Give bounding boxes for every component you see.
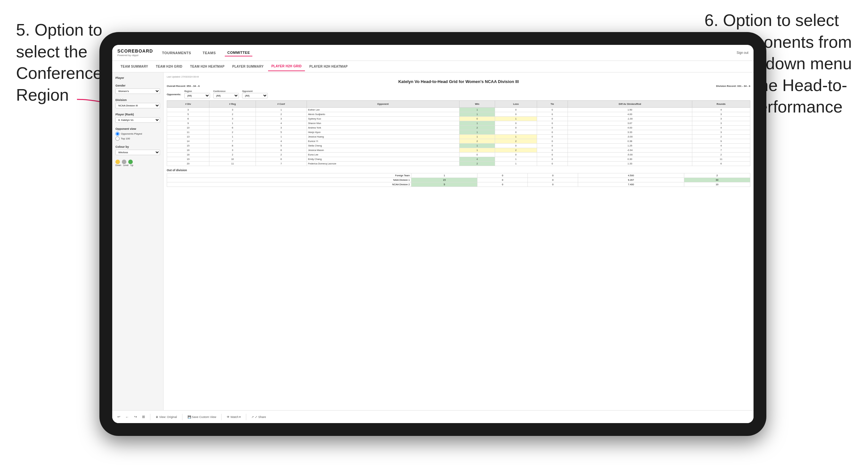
- undo-button[interactable]: ↩: [117, 415, 120, 419]
- table-row: 20117 Federica Domecq Lacroze 210 1.336: [167, 161, 750, 166]
- conference-filter-label: Conference: [213, 90, 239, 92]
- region-filter-label: Region: [184, 90, 210, 92]
- grid-icon: ⊞: [142, 415, 145, 419]
- nav-committee[interactable]: COMMITTEE: [225, 49, 253, 56]
- table-row: Foreign Team 1 0 0 4.500 2: [167, 174, 750, 178]
- table-row: NCAA Division 2 5 0 0 7.400 10: [167, 182, 750, 187]
- division-label: Division: [116, 98, 160, 102]
- save-custom-view-button[interactable]: 💾 Save Custom View: [188, 415, 216, 418]
- table-row: 1063 Andrea York 200 4.004: [167, 126, 750, 130]
- player-label: Player: [116, 76, 160, 80]
- opponent-view-label: Opponent view: [116, 127, 160, 130]
- table-row: 19106 Emily Chang 410 0.3011: [167, 157, 750, 161]
- back-icon: ←: [125, 415, 129, 419]
- right-panel: Last Updated: 27/03/2024 08:44 Katelyn V…: [163, 72, 753, 410]
- tab-team-h2h-heatmap[interactable]: TEAM H2H HEATMAP: [187, 62, 228, 71]
- table-row: NAIA Division 1 15 0 0 9.267 30: [167, 178, 750, 182]
- opponents-label: Opponents:: [167, 93, 181, 96]
- tab-player-h2h-grid[interactable]: PLAYER H2H GRID: [268, 62, 305, 71]
- logo: SCOREBOARD Powered by clippd: [117, 49, 153, 56]
- main-content: Player Gender Women's Division NCAA Divi…: [112, 72, 753, 410]
- gender-label: Gender: [116, 84, 160, 87]
- legend: [116, 160, 160, 164]
- share-button[interactable]: ↗ ⤢ Share: [251, 415, 266, 418]
- divider4: [246, 414, 246, 420]
- tab-team-h2h-grid[interactable]: TEAM H2H GRID: [153, 62, 186, 71]
- tablet-screen: SCOREBOARD Powered by clippd TOURNAMENTS…: [112, 45, 753, 423]
- h2h-table: # Div # Reg # Conf Opponent Win Loss Tie…: [167, 100, 750, 166]
- table-row: 914 Sharon Mun 100 3.673: [167, 121, 750, 126]
- colour-by-label: Colour by: [116, 145, 160, 148]
- out-of-division-table: Foreign Team 1 0 0 4.500 2 NAIA Division…: [167, 173, 750, 187]
- records-row: Overall Record: 353 - 34 - 6 Division Re…: [167, 85, 750, 88]
- tablet: SCOREBOARD Powered by clippd TOURNAMENTS…: [99, 32, 766, 436]
- legend-labels: Down Level Up: [116, 164, 160, 166]
- sub-navigation: TEAM SUMMARY TEAM H2H GRID TEAM H2H HEAT…: [112, 61, 753, 72]
- tab-player-summary[interactable]: PLAYER SUMMARY: [229, 62, 267, 71]
- app-header: SCOREBOARD Powered by clippd TOURNAMENTS…: [112, 45, 753, 61]
- opponent-filter-select[interactable]: (All): [242, 93, 268, 98]
- col-diff: Diff Av Strokes/Rnd: [568, 101, 692, 108]
- grid-button[interactable]: ⊞: [142, 415, 145, 419]
- col-win: Win: [459, 101, 495, 108]
- left-panel: Player Gender Women's Division NCAA Divi…: [112, 72, 163, 410]
- legend-level-dot: [122, 160, 126, 164]
- top100-radio[interactable]: [116, 136, 120, 141]
- divider3: [221, 414, 222, 420]
- table-row: 1474 Eunice Yi 220 0.389: [167, 139, 750, 144]
- back-button[interactable]: ←: [125, 415, 129, 419]
- col-reg: # Reg: [209, 101, 256, 108]
- table-row: 1585 Stella Cheng 100 1.254: [167, 144, 750, 148]
- colour-by-select[interactable]: Win/loss: [116, 150, 160, 155]
- player-rank-select[interactable]: 8. Katelyn Vo: [116, 117, 160, 123]
- opponents-played-radio[interactable]: [116, 132, 120, 136]
- tab-team-summary[interactable]: TEAM SUMMARY: [117, 62, 151, 71]
- nav-tournaments[interactable]: TOURNAMENTS: [159, 50, 194, 56]
- col-div: # Div: [167, 101, 209, 108]
- opponent-filter-label: Opponent: [242, 90, 268, 92]
- last-updated: Last Updated: 27/03/2024 08:44: [167, 75, 750, 78]
- legend-up-dot: [128, 160, 133, 164]
- region-filter-select[interactable]: (All): [184, 93, 210, 98]
- gender-select[interactable]: Women's: [116, 89, 160, 94]
- tab-player-h2h-heatmap[interactable]: PLAYER H2H HEATMAP: [306, 62, 351, 71]
- bottom-toolbar: ↩ ← ↪ ⊞ 🖥 View: Original 💾 Save Custom V…: [112, 410, 753, 423]
- col-opponent: Opponent: [307, 101, 459, 108]
- table-row: 522 Alexis Sudjianto 100 4.003: [167, 112, 750, 117]
- undo-icon: ↩: [117, 415, 120, 419]
- watch-button[interactable]: 👁 Watch ▾: [227, 415, 241, 418]
- redo-icon: ↪: [134, 415, 137, 419]
- col-loss: Loss: [495, 101, 537, 108]
- redo-button[interactable]: ↪: [134, 415, 137, 419]
- col-rounds: Rounds: [692, 101, 750, 108]
- player-rank-label: Player (Rank): [116, 113, 160, 116]
- legend-down-dot: [116, 160, 120, 164]
- nav-teams[interactable]: TEAMS: [200, 50, 218, 56]
- grid-title: Katelyn Vo Head-to-Head Grid for Women's…: [167, 79, 750, 84]
- sign-out-link[interactable]: Sign out: [737, 51, 748, 55]
- table-row: 1125 Heejo Hyun 100 3.333: [167, 130, 750, 135]
- table-row: 633 Sydney Kuo 010 -1.003: [167, 117, 750, 121]
- divider: [150, 414, 150, 420]
- table-row: 1822 Euna Lee 000 -5.002: [167, 153, 750, 157]
- out-of-division-header: Out of division: [167, 168, 750, 172]
- table-row: 1311 Jessica Huang 110 -3.002: [167, 135, 750, 139]
- filter-row: Opponents: Region (All) Conference (All): [167, 90, 750, 98]
- table-row: 1636 Jessica Mason 120 -0.947: [167, 148, 750, 153]
- col-tie: Tie: [537, 101, 568, 108]
- division-select[interactable]: NCAA Division III: [116, 103, 160, 108]
- col-conf: # Conf: [255, 101, 307, 108]
- view-original-button[interactable]: 🖥 View: Original: [156, 415, 177, 418]
- table-row: 331 Esther Lee 100 1.504: [167, 108, 750, 112]
- conference-filter-select[interactable]: (All): [213, 93, 239, 98]
